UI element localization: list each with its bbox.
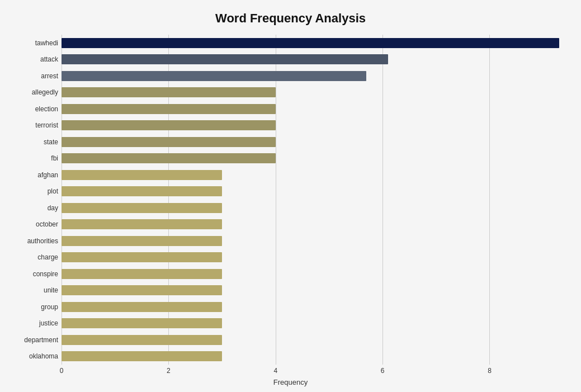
bar-row-election	[62, 101, 570, 117]
bar-row-day	[62, 200, 570, 216]
bar-row-state	[62, 134, 570, 150]
y-label-conspire: conspire	[33, 266, 62, 282]
bar-department	[62, 335, 222, 345]
chart-container: tawhediattackarrestallegedlyelectionterr…	[11, 35, 570, 386]
bar-fbi	[62, 153, 276, 163]
y-label-department: department	[24, 332, 62, 348]
bar-allegedly	[62, 87, 276, 97]
bar-unite	[62, 285, 222, 295]
bar-row-department	[62, 332, 570, 348]
bar-arrest	[62, 71, 366, 81]
y-labels: tawhediattackarrestallegedlyelectionterr…	[11, 35, 62, 365]
bar-justice	[62, 318, 222, 328]
y-label-attack: attack	[40, 51, 62, 68]
bar-row-fbi	[62, 150, 570, 167]
y-label-plot: plot	[48, 183, 62, 200]
y-label-october: october	[36, 216, 62, 233]
bars-grid	[62, 35, 570, 365]
y-label-fbi: fbi	[51, 150, 62, 167]
bar-group	[62, 302, 222, 312]
y-label-justice: justice	[39, 315, 62, 332]
y-label-afghan: afghan	[37, 167, 62, 183]
bar-terrorist	[62, 120, 276, 130]
bar-row-arrest	[62, 68, 570, 84]
y-label-authorities: authorities	[27, 233, 62, 249]
y-label-terrorist: terrorist	[35, 117, 62, 134]
bar-day	[62, 203, 222, 213]
bar-row-october	[62, 216, 570, 233]
bar-election	[62, 104, 276, 114]
bar-row-allegedly	[62, 84, 570, 101]
y-label-allegedly: allegedly	[32, 84, 62, 101]
bar-authorities	[62, 236, 222, 246]
y-label-charge: charge	[37, 249, 62, 266]
bar-oklahoma	[62, 351, 222, 361]
bar-row-justice	[62, 315, 570, 332]
bar-row-tawhedi	[62, 35, 570, 51]
bar-attack	[62, 54, 388, 64]
bar-charge	[62, 252, 222, 262]
x-tick-0: 0	[60, 367, 64, 375]
bar-row-terrorist	[62, 117, 570, 134]
y-label-unite: unite	[44, 282, 62, 299]
bar-row-plot	[62, 183, 570, 200]
bar-conspire	[62, 269, 222, 279]
x-tick-6: 6	[381, 367, 385, 375]
y-label-arrest: arrest	[41, 68, 62, 84]
bar-state	[62, 137, 276, 147]
bar-row-group	[62, 299, 570, 315]
bar-row-authorities	[62, 233, 570, 249]
bar-plot	[62, 186, 222, 196]
bar-row-charge	[62, 249, 570, 266]
bar-row-attack	[62, 51, 570, 68]
x-axis-area: 02468 Frequency	[11, 365, 570, 386]
bar-afghan	[62, 170, 222, 180]
bar-row-unite	[62, 282, 570, 299]
y-label-group: group	[41, 299, 62, 315]
bar-row-conspire	[62, 266, 570, 282]
x-axis-label: Frequency	[11, 378, 570, 386]
chart-area: tawhediattackarrestallegedlyelectionterr…	[11, 35, 570, 365]
y-label-election: election	[35, 101, 62, 117]
bar-tawhedi	[62, 38, 559, 48]
y-label-day: day	[48, 200, 62, 216]
x-tick-8: 8	[488, 367, 492, 375]
y-label-state: state	[44, 134, 62, 150]
y-label-tawhedi: tawhedi	[35, 35, 62, 51]
x-tick-2: 2	[167, 367, 171, 375]
bar-october	[62, 219, 222, 229]
bar-row-oklahoma	[62, 348, 570, 365]
x-tick-4: 4	[273, 367, 277, 375]
bar-row-afghan	[62, 167, 570, 183]
y-label-oklahoma: oklahoma	[29, 348, 62, 365]
chart-title: Word Frequency Analysis	[215, 11, 366, 26]
